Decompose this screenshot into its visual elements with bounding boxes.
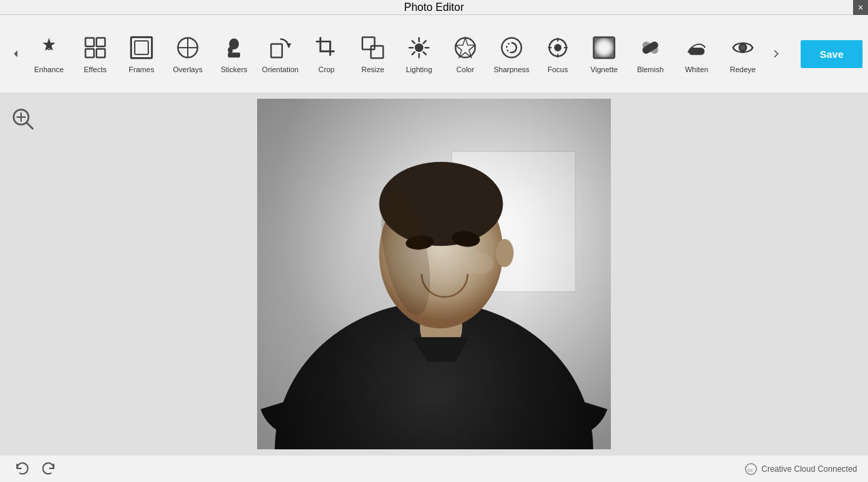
tool-resize-label: Resize (361, 65, 384, 74)
tool-effects[interactable]: Effects (72, 23, 118, 84)
whiten-icon (683, 34, 710, 61)
tool-enhance-label: Enhance (34, 65, 63, 74)
photo-image (257, 99, 611, 449)
tool-color-label: Color (456, 65, 474, 74)
effects-icon (82, 34, 109, 61)
cc-logo-icon: cc (745, 463, 757, 475)
tool-stickers[interactable]: Stickers (211, 23, 257, 84)
tool-blemish-label: Blemish (637, 65, 663, 74)
svg-marker-13 (286, 44, 291, 48)
title-bar: Photo Editor × (0, 0, 868, 15)
svg-line-23 (423, 52, 426, 54)
stickers-icon (220, 34, 248, 61)
svg-point-17 (415, 44, 424, 52)
tool-stickers-label: Stickers (220, 65, 247, 74)
tool-crop-label: Crop (318, 65, 335, 74)
svg-line-22 (412, 41, 415, 44)
tool-frames[interactable]: Frames (118, 23, 165, 84)
svg-rect-4 (97, 49, 105, 58)
tool-orientation[interactable]: Orientation (257, 23, 303, 84)
svg-rect-3 (86, 49, 95, 58)
svg-rect-15 (363, 37, 375, 50)
color-icon (452, 34, 479, 61)
tool-effects-label: Effects (84, 65, 106, 74)
tool-redeye-label: Redeye (730, 65, 756, 74)
tool-blemish[interactable]: Blemish (627, 23, 673, 84)
tool-orientation-label: Orientation (262, 65, 299, 74)
tool-overlays[interactable]: Overlays (165, 23, 211, 84)
tool-focus[interactable]: Focus (535, 23, 581, 84)
redeye-icon (729, 34, 756, 61)
tool-focus-label: Focus (548, 65, 568, 74)
svg-point-40 (740, 45, 745, 50)
cc-info: cc Creative Cloud Connected (745, 463, 857, 475)
orientation-icon (267, 34, 294, 61)
photo-container (257, 99, 611, 449)
tool-lighting[interactable]: Lighting (396, 23, 442, 84)
frames-icon (128, 34, 155, 61)
svg-rect-35 (594, 37, 615, 59)
svg-point-28 (554, 44, 562, 52)
tool-frames-label: Frames (129, 65, 154, 74)
title-bar-title: Photo Editor (404, 1, 464, 14)
svg-rect-38 (688, 48, 704, 55)
svg-line-25 (412, 52, 415, 54)
svg-rect-14 (271, 44, 282, 58)
overlays-icon (174, 34, 201, 61)
canvas-area (0, 93, 868, 455)
lighting-icon (405, 34, 433, 61)
toolbar-next-arrow[interactable] (766, 37, 786, 71)
vignette-icon (590, 34, 618, 61)
svg-rect-12 (228, 52, 240, 57)
enhance-icon (35, 34, 63, 61)
svg-rect-16 (371, 46, 383, 58)
tool-vignette[interactable]: Vignette (581, 23, 627, 84)
tool-whiten[interactable]: Whiten (673, 23, 720, 84)
svg-rect-1 (86, 38, 95, 47)
tool-lighting-label: Lighting (406, 65, 433, 74)
zoom-icon[interactable] (11, 107, 35, 131)
bottom-bar: cc Creative Cloud Connected (0, 455, 868, 482)
sharpness-icon (498, 34, 525, 61)
crop-icon (313, 34, 340, 61)
resize-icon (359, 34, 386, 61)
tool-overlays-label: Overlays (173, 65, 202, 74)
focus-icon (544, 34, 571, 61)
toolbar: Enhance Effects Frames Overlays Stickers… (0, 15, 868, 93)
bottom-nav-group (11, 460, 60, 479)
tool-whiten-label: Whiten (685, 65, 708, 74)
blemish-icon (637, 34, 664, 61)
tool-redeye[interactable]: Redeye (720, 23, 766, 84)
svg-text:cc: cc (748, 467, 753, 473)
redo-button[interactable] (38, 460, 60, 479)
tool-resize[interactable]: Resize (350, 23, 396, 84)
svg-point-27 (502, 38, 522, 58)
svg-rect-2 (97, 38, 105, 47)
tool-sharpness[interactable]: Sharpness (488, 23, 535, 84)
save-button[interactable]: Save (801, 40, 863, 68)
tool-sharpness-label: Sharpness (494, 65, 530, 74)
tool-color[interactable]: Color (442, 23, 488, 84)
svg-rect-6 (135, 41, 148, 54)
svg-point-11 (228, 47, 233, 53)
svg-line-42 (27, 123, 33, 129)
close-button[interactable]: × (853, 0, 868, 15)
tool-vignette-label: Vignette (590, 65, 618, 74)
undo-button[interactable] (11, 460, 33, 479)
tool-crop[interactable]: Crop (303, 23, 350, 84)
svg-line-24 (423, 41, 426, 44)
toolbar-prev-arrow[interactable] (5, 37, 26, 71)
tool-enhance[interactable]: Enhance (26, 23, 72, 84)
cc-text: Creative Cloud Connected (761, 464, 857, 474)
